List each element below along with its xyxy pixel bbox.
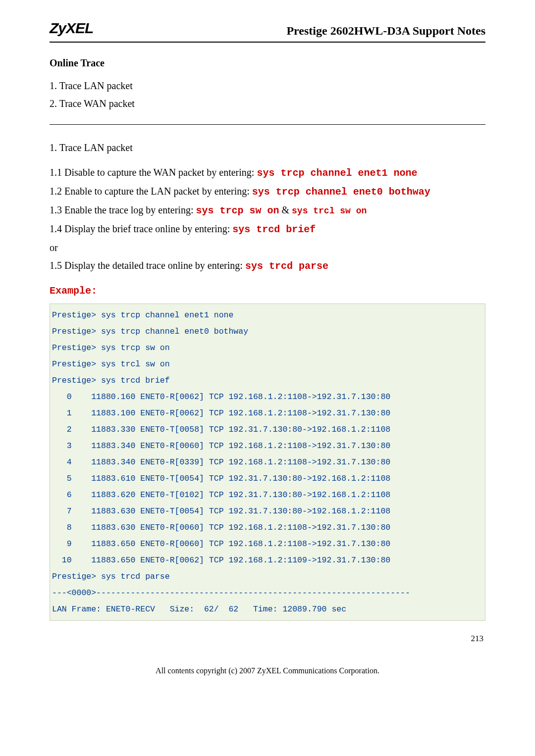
sub-heading-trace-lan: 1. Trace LAN packet	[50, 140, 485, 155]
code-line: 7 11883.630 ENET0-T[0054] TCP 192.31.7.1…	[52, 506, 390, 516]
code-line: ---<0000>-------------------------------…	[52, 588, 410, 598]
intro-line-2: 2. Trace WAN packet	[50, 96, 485, 111]
logo-text: ZyXEL	[50, 20, 93, 40]
step-1-4-cmd: sys trcd brief	[232, 224, 316, 235]
step-1-3: 1.3 Enable the trace log by entering: sy…	[50, 202, 485, 219]
code-line: Prestige> sys trcd parse	[52, 572, 170, 581]
page-header: ZyXEL Prestige 2602HWL-D3A Support Notes	[50, 20, 485, 43]
step-1-1-cmd: sys trcp channel enet1 none	[257, 167, 417, 179]
step-or: or	[50, 240, 485, 255]
code-line: Prestige> sys trcp channel enet1 none	[52, 310, 233, 320]
intro-line-1: 1. Trace LAN packet	[50, 78, 485, 94]
step-1-5-cmd: sys trcd parse	[245, 260, 328, 272]
step-1-2-text: 1.2 Enable to capture the LAN packet by …	[50, 186, 252, 197]
step-1-1-text: 1.1 Disable to capture the WAN packet by…	[50, 167, 257, 178]
code-line: 2 11883.330 ENET0-T[0058] TCP 192.31.7.1…	[52, 425, 390, 434]
step-1-2: 1.2 Enable to capture the LAN packet by …	[50, 183, 485, 200]
code-line: 4 11883.340 ENET0-R[0339] TCP 192.168.1.…	[52, 457, 390, 467]
step-1-3-text: 1.3 Enable the trace log by entering:	[50, 204, 196, 215]
step-1-5: 1.5 Display the detailed trace online by…	[50, 257, 485, 274]
code-line: Prestige> sys trcp channel enet0 bothway	[52, 327, 248, 336]
step-1-4-text: 1.4 Display the brief trace online by en…	[50, 223, 232, 234]
step-1-4: 1.4 Display the brief trace online by en…	[50, 221, 485, 238]
step-1-5-text: 1.5 Display the detailed trace online by…	[50, 260, 245, 271]
code-line: 0 11880.160 ENET0-R[0062] TCP 192.168.1.…	[52, 392, 390, 402]
code-line: 10 11883.650 ENET0-R[0062] TCP 192.168.1…	[52, 555, 390, 565]
code-line: Prestige> sys trcl sw on	[52, 359, 170, 369]
code-line: Prestige> sys trcp sw on	[52, 343, 170, 353]
page-number: 213	[50, 634, 485, 644]
code-line: 1 11883.100 ENET0-R[0062] TCP 192.168.1.…	[52, 408, 390, 418]
code-line: 5 11883.610 ENET0-T[0054] TCP 192.31.7.1…	[52, 474, 390, 483]
example-label: Example:	[50, 285, 485, 297]
step-1-3-cmd2: sys trcl sw on	[292, 206, 367, 216]
footer-copyright: All contents copyright (c) 2007 ZyXEL Co…	[50, 666, 485, 675]
step-1-3-mid: &	[279, 204, 292, 215]
code-line: 6 11883.620 ENET0-T[0102] TCP 192.31.7.1…	[52, 490, 390, 500]
step-1-3-cmd1: sys trcp sw on	[196, 205, 279, 216]
page-container: ZyXEL Prestige 2602HWL-D3A Support Notes…	[0, 0, 535, 695]
divider	[50, 124, 485, 125]
code-example-box: Prestige> sys trcp channel enet1 none Pr…	[50, 303, 485, 621]
section-heading-online-trace: Online Trace	[50, 57, 485, 69]
code-line: 8 11883.630 ENET0-R[0060] TCP 192.168.1.…	[52, 523, 390, 532]
document-title: Prestige 2602HWL-D3A Support Notes	[286, 24, 485, 40]
step-1-1: 1.1 Disable to capture the WAN packet by…	[50, 164, 485, 181]
code-line: Prestige> sys trcd brief	[52, 376, 170, 385]
code-line: 9 11883.650 ENET0-R[0060] TCP 192.168.1.…	[52, 539, 390, 549]
code-line: 3 11883.340 ENET0-R[0060] TCP 192.168.1.…	[52, 441, 390, 451]
step-1-2-cmd: sys trcp channel enet0 bothway	[252, 186, 430, 198]
code-line: LAN Frame: ENET0-RECV Size: 62/ 62 Time:…	[52, 605, 346, 614]
